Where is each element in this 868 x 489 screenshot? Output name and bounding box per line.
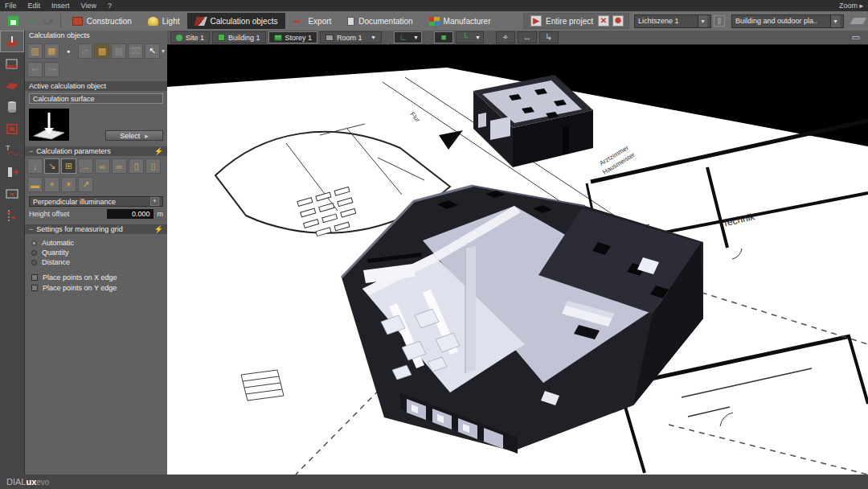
floorplan-view-button[interactable]: └▼ — [456, 31, 484, 43]
tab-light[interactable]: Light — [140, 13, 188, 29]
cancel-calculation-button[interactable]: ✕ — [598, 15, 609, 27]
prev-object-button[interactable]: ↩ — [27, 62, 43, 77]
height-offset-row: Height offset 0.000 m — [25, 207, 167, 221]
site-button[interactable]: Site 1 — [170, 31, 210, 43]
solid-view-button[interactable]: ■ — [434, 31, 453, 43]
calc-space-tool[interactable] — [0, 52, 24, 74]
save-button[interactable] — [3, 13, 23, 29]
site-icon — [176, 35, 182, 41]
next-object-button[interactable]: ↪ — [44, 62, 59, 77]
undo-button[interactable]: ⤺ — [23, 13, 40, 29]
measuring-grid-header[interactable]: −Settings for measuring grid ⚡ — [25, 224, 167, 234]
height-offset-unit: m — [158, 210, 164, 218]
room-button[interactable]: Room 1 ▼ — [320, 31, 382, 43]
tab-manufacturer[interactable]: Manufacturer — [421, 13, 499, 29]
perpendicular-illuminance-tool[interactable]: ↓ — [27, 158, 43, 174]
add-metric-button[interactable]: + — [150, 197, 159, 206]
daylight-tool[interactable]: ☀ — [61, 177, 76, 192]
select-button[interactable]: Select▸ — [105, 130, 163, 141]
dimension-button[interactable]: ↳ — [539, 31, 559, 43]
zoom-fit-icon: ⌖ — [499, 32, 512, 43]
menu-edit[interactable]: Edit — [28, 2, 41, 10]
glare-observer-2-tool[interactable]: ∞ — [112, 158, 127, 174]
adaptive-illuminance-tool[interactable]: ↘ — [44, 158, 59, 174]
export-arrow-icon: ➦ — [293, 17, 304, 26]
place-points-x-checkbox[interactable]: Place points on X edge — [25, 273, 167, 282]
tab-construction[interactable]: Construction — [64, 13, 140, 29]
entire-project-button[interactable]: ▶ Entire project — [529, 13, 595, 29]
grid-pattern-tool[interactable]: ▦ — [44, 43, 59, 59]
radio-icon — [31, 250, 37, 256]
ruler-icon: ↔ — [521, 32, 534, 43]
vertical-surface-icon — [4, 165, 20, 179]
cube-icon: ■ — [437, 32, 450, 43]
surface-tool-icon[interactable] — [850, 18, 867, 24]
glare-observer-tool[interactable]: ∞ — [95, 158, 110, 174]
place-points-y-checkbox[interactable]: Place points on Y edge — [25, 283, 167, 293]
inclined-arrow-tool[interactable]: ↗ — [78, 177, 93, 192]
cylinder-icon — [4, 100, 20, 114]
text-comment-tool[interactable]: T — [0, 139, 24, 161]
panel-title: Calculation objects — [25, 31, 167, 41]
zoom-fit-button[interactable]: ⌖ — [496, 31, 515, 43]
building-button[interactable]: Building 1 — [212, 31, 266, 43]
point-sequence-tool[interactable] — [0, 204, 24, 226]
horizontal-illuminance-tool[interactable]: → — [78, 158, 93, 174]
menu-bar: File Edit Insert View ? Zoom ▸ — [0, 0, 868, 11]
pin-icon[interactable]: ⚡ — [154, 147, 163, 155]
room-volume-tool[interactable] — [0, 117, 24, 139]
context-separator — [489, 31, 490, 45]
grid-option-distance[interactable]: Distance — [25, 257, 167, 267]
fine-grid-tool[interactable]: ▧ — [111, 43, 126, 59]
monitor-icon: ▭ — [850, 32, 862, 43]
vertical-surface-tool[interactable] — [0, 161, 24, 183]
display-options-button[interactable]: ▭ — [847, 31, 865, 43]
grid-option-automatic[interactable]: Automatic — [25, 238, 167, 248]
menu-view[interactable]: View — [81, 2, 96, 10]
redo-button[interactable]: ⤻ — [40, 13, 57, 29]
exclude-area-tool[interactable]: ⌧ — [128, 43, 143, 59]
cylinder-object-tool[interactable] — [0, 96, 24, 117]
context-toolbar: Site 1 Building 1 Storey 1 Room 1 ▼ ∟▼ ■… — [167, 31, 868, 45]
coordinate-system-button[interactable]: ∟▼ — [394, 31, 422, 43]
ugr-tool[interactable]: ▬ — [27, 177, 43, 192]
menu-insert[interactable]: Insert — [51, 2, 70, 10]
grid-illuminance-tool[interactable]: ⊞ — [61, 158, 76, 174]
calculation-settings-button[interactable]: ✺ — [612, 15, 624, 27]
tab-calculation-objects[interactable]: Calculation objects — [187, 13, 285, 29]
storey-button[interactable]: Storey 1 — [268, 31, 318, 43]
metric-selector[interactable]: Perpendicular illuminance + — [29, 196, 163, 207]
calc-space-icon — [4, 56, 20, 71]
height-offset-input[interactable]: 0.000 — [107, 209, 154, 219]
tab-documentation[interactable]: Documentation — [339, 13, 420, 29]
vertical-plane-tool[interactable]: ▯ — [129, 158, 144, 174]
rows-pattern-tool[interactable]: ▥ — [27, 43, 43, 59]
menu-help[interactable]: ? — [108, 2, 112, 10]
light-scene-extra-button[interactable]: ▮ — [714, 15, 725, 27]
viewport-3d[interactable]: Technik Arztzimmer Hausmeister Flur — [167, 45, 868, 475]
polygon-tool[interactable]: ▱ — [78, 43, 93, 59]
menu-file[interactable]: File — [5, 2, 17, 10]
camera-tool[interactable]: ⌖ — [44, 177, 59, 192]
grid-option-quantity[interactable]: Quantity — [25, 248, 167, 257]
calculation-parameters-header[interactable]: −Calculation parameters ⚡ — [25, 146, 167, 156]
calculation-objects-panel: Calculation objects ▥ ▦ ● ▱ ▩ ▧ ⌧ ↖ ▾ ↩ … — [24, 31, 167, 475]
point-line-icon — [4, 208, 20, 223]
object-type-field[interactable]: Calculation surface — [29, 93, 163, 104]
tab-export[interactable]: ➦ Export — [285, 13, 339, 29]
textured-area-tool[interactable]: ▩ — [94, 43, 109, 59]
tools-overflow-button[interactable]: ▾ — [162, 47, 165, 55]
calc-surface-tool[interactable] — [0, 31, 24, 52]
view-mode-select[interactable]: Building and outdoor pla.. ▼ — [731, 14, 844, 28]
room-icon — [326, 35, 334, 41]
pick-tool[interactable]: ↖ — [145, 43, 160, 59]
pin-icon[interactable]: ⚡ — [154, 225, 163, 233]
region-tool[interactable] — [0, 183, 24, 204]
vertical-plane-2-tool[interactable]: ▯ — [145, 158, 161, 174]
zoom-menu[interactable]: Zoom ▸ — [839, 2, 863, 10]
workplane-icon — [4, 78, 20, 92]
workplane-tool[interactable] — [0, 74, 24, 96]
measure-button[interactable]: ↔ — [518, 31, 537, 43]
light-scene-select[interactable]: Lichtszene 1 ▼ — [634, 14, 711, 28]
single-point-tool[interactable]: ● — [61, 43, 76, 59]
